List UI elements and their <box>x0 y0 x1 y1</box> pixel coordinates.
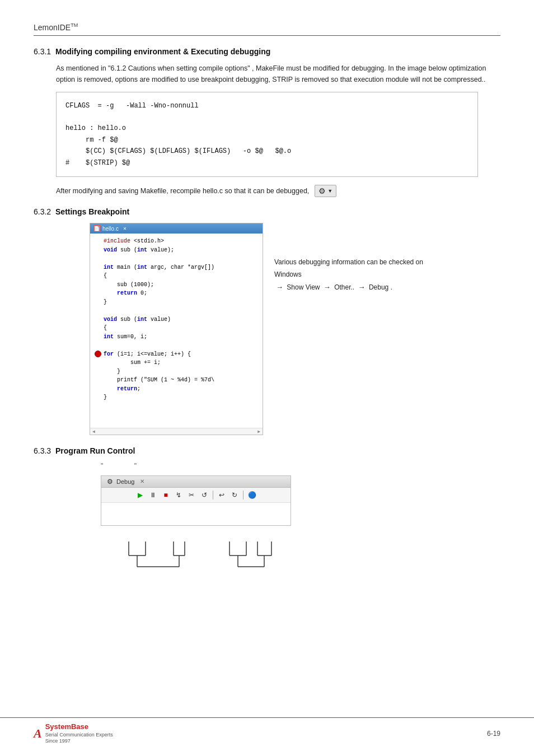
debug-text: Debug <box>369 283 388 291</box>
code-line-brace5: } <box>95 393 258 402</box>
code-line-for: for (i=1; i<=value; i++) { <box>95 350 258 359</box>
section-632: 6.3.2 Settings Breakpoint 📄 hello.c ✕ #i… <box>34 207 500 435</box>
code-line-brace4: } <box>95 367 258 376</box>
debug-info-navigation: → Show View → Other.. → Debug . <box>274 281 431 294</box>
section-631-num: 6.3.1 <box>34 47 51 56</box>
debug-toolbar: ▶ ⏸ ■ ↯ ✂ ↺ ↩ ↻ 🔵 <box>101 488 291 503</box>
step-into-button[interactable]: ↯ <box>173 490 184 500</box>
page: LemonIDETM 6.3.1 Modifying compiling env… <box>0 0 534 756</box>
ide-scrollbar[interactable]: ◀ ▶ <box>90 428 263 435</box>
ide-tab-label: hello.c <box>102 226 119 232</box>
code-line-3: hello : hello.o <box>65 123 469 134</box>
scroll-right-icon: ▶ <box>257 429 260 434</box>
code-line-return: return; <box>95 385 258 394</box>
page-footer: A SystemBase Serial Communication Expert… <box>0 717 534 745</box>
ide-window: 📄 hello.c ✕ #include <stdio.h> void sub … <box>90 223 263 435</box>
after-code-text: After modifying and saving Makefile, rec… <box>56 185 500 197</box>
toolbar-separator-2 <box>243 491 243 500</box>
code-line-blank <box>65 111 469 123</box>
code-line-main: int main (int argc, char *argv[]) <box>95 263 258 272</box>
run-button[interactable]: ▶ <box>134 490 146 500</box>
section-633-heading: 6.3.3 Program Run Control <box>34 446 500 455</box>
debug-panel: ⚙ Debug ✕ ▶ ⏸ ■ ↯ ✂ ↺ ↩ ↻ 🔵 <box>101 475 291 526</box>
step-over-button[interactable]: ↩ <box>216 490 227 500</box>
close-quote: " <box>134 462 137 470</box>
stop-button[interactable]: ■ <box>160 490 171 500</box>
debug-period: . <box>391 283 392 291</box>
header-title-text: LemonIDE <box>34 23 71 32</box>
code-line-include: #include <stdio.h> <box>95 237 258 246</box>
debug-tab-label: Debug <box>116 478 134 485</box>
dropdown-arrow-icon: ▼ <box>327 188 332 194</box>
pause-button[interactable]: ⏸ <box>147 490 158 500</box>
code-line-sub-call: sub (1000); <box>95 281 258 290</box>
code-line-int-sum: int sum=0, i; <box>95 333 258 342</box>
company-name: SystemBase <box>45 722 113 732</box>
arrow-right-icon-3: → <box>358 283 366 291</box>
section-632-title: Settings Breakpoint <box>55 207 129 216</box>
logo-text: SystemBase Serial Communication ExpertsS… <box>45 722 113 745</box>
header-sup: TM <box>71 22 78 28</box>
ide-titlebar: 📄 hello.c ✕ <box>90 223 263 234</box>
code-line-void-sub-decl: void sub (int value); <box>95 246 258 255</box>
gear-icon: ⚙ <box>318 186 326 195</box>
debug-tab[interactable]: ⚙ Debug ✕ <box>101 476 291 488</box>
code-line-blank2 <box>95 306 258 315</box>
refresh-button[interactable]: ↺ <box>199 490 210 500</box>
file-icon: 📄 <box>93 225 100 232</box>
code-line-return0: return 0; <box>95 289 258 298</box>
ide-body: #include <stdio.h> void sub (int value);… <box>90 234 263 428</box>
company-subtitle: Serial Communication ExpertsSince 1997 <box>45 732 113 745</box>
scroll-left-icon: ◀ <box>92 429 95 434</box>
arrow-right-icon-1: → <box>276 283 283 291</box>
section-631-heading: 6.3.1 Modifying compiling environment & … <box>34 47 500 56</box>
debug-panel-container: ⚙ Debug ✕ ▶ ⏸ ■ ↯ ✂ ↺ ↩ ↻ 🔵 <box>101 475 500 575</box>
section-633-title: Program Run Control <box>55 446 135 455</box>
toolbar-separator <box>213 491 213 500</box>
breakpoint-dot <box>95 351 101 357</box>
code-line-blank1 <box>95 254 258 263</box>
run-control-label: " " <box>101 462 500 470</box>
section-632-heading: 6.3.2 Settings Breakpoint <box>34 207 500 216</box>
ide-container: 📄 hello.c ✕ #include <stdio.h> void sub … <box>90 223 500 435</box>
code-line-4: rm -f $@ <box>65 134 469 146</box>
code-line-sum: sum += i; <box>95 358 258 367</box>
code-line-void-sub-def: void sub (int value) <box>95 315 258 324</box>
step-out-button[interactable]: ↻ <box>229 490 240 500</box>
section-631-body: As mentioned in "6.1.2 Cautions when set… <box>56 63 500 85</box>
other-text: Other.. <box>334 283 354 291</box>
code-line-brace3: { <box>95 324 258 333</box>
code-line-printf: printf ("SUM (1 ~ %4d) = %7d\ <box>95 376 258 385</box>
footer-logo: A SystemBase Serial Communication Expert… <box>34 722 113 745</box>
ide-close-icon[interactable]: ✕ <box>123 225 127 232</box>
code-line-blank3 <box>95 341 258 350</box>
header-title: LemonIDETM <box>34 22 78 32</box>
code-line-brace2: } <box>95 298 258 307</box>
code-line-5: $(CC) $(CFLAGS) $(LDFLAGS) $(IFLAGS) -o … <box>65 146 469 157</box>
logo-icon: A <box>34 726 42 741</box>
debug-mode-button[interactable]: 🔵 <box>246 490 257 500</box>
arrows-svg <box>112 530 280 575</box>
section-633: 6.3.3 Program Run Control " " ⚙ Debug ✕ … <box>34 446 500 575</box>
debug-tab-close-icon[interactable]: ✕ <box>140 478 144 484</box>
code-line-brace1: { <box>95 272 258 281</box>
debug-tab-icon: ⚙ <box>107 478 113 486</box>
section-633-num: 6.3.3 <box>34 446 51 455</box>
section-631: 6.3.1 Modifying compiling environment & … <box>34 47 500 197</box>
after-text: After modifying and saving Makefile, rec… <box>56 187 309 195</box>
debug-info-text: Various debugging information can be che… <box>274 256 431 294</box>
arrows-diagram <box>112 530 280 575</box>
run-control-desc <box>105 462 133 470</box>
page-number: 6-19 <box>487 730 500 738</box>
open-quote: " <box>101 462 103 470</box>
arrow-right-icon-2: → <box>324 283 331 291</box>
debug-info-line1: Various debugging information can be che… <box>274 256 431 281</box>
cut-button[interactable]: ✂ <box>186 490 197 500</box>
build-button[interactable]: ⚙ ▼ <box>315 185 336 197</box>
section-632-num: 6.3.2 <box>34 207 51 216</box>
section-631-title: Modifying compiling environment & Execut… <box>55 47 270 56</box>
code-line-1: CFLAGS = -g -Wall -Wno-nonnull <box>65 100 469 111</box>
page-header: LemonIDETM <box>34 22 500 36</box>
code-block-makefile: CFLAGS = -g -Wall -Wno-nonnull hello : h… <box>56 92 478 177</box>
show-view-text: Show View <box>287 283 320 291</box>
